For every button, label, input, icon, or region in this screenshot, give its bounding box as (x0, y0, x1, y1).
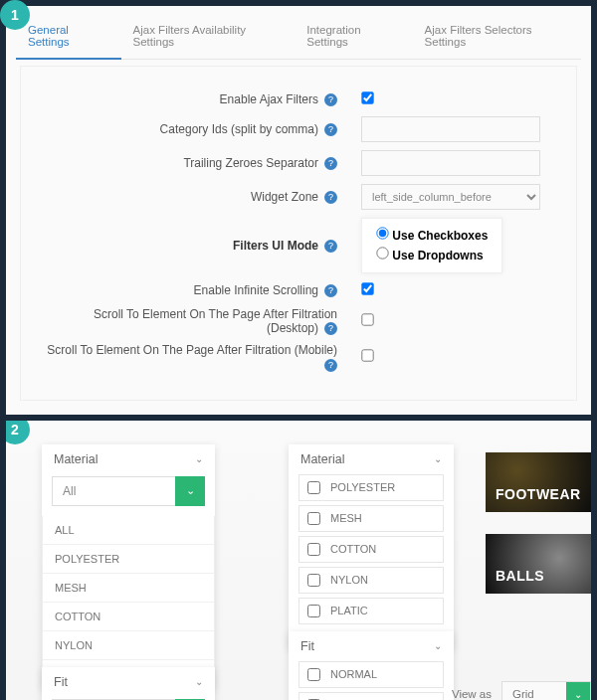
dropdown-toggle-button[interactable]: ⌄ (566, 682, 590, 700)
checkbox[interactable] (307, 605, 320, 617)
filter-checkbox-item[interactable]: COTTON (298, 536, 444, 563)
tab-selectors[interactable]: Ajax Filters Selectors Settings (413, 14, 581, 59)
step-badge-2: 2 (6, 421, 30, 444)
dropdown-option[interactable]: POLYESTER (43, 545, 214, 574)
filter-fit-dropdown: Fit⌄ All ⌄ (42, 667, 215, 700)
input-trailing[interactable] (361, 150, 540, 176)
checkbox[interactable] (307, 543, 320, 556)
radio-use-checkboxes[interactable]: Use Checkboxes (376, 225, 488, 245)
checkbox-scroll-mobile[interactable] (361, 350, 373, 362)
tab-integration[interactable]: Integration Settings (295, 14, 412, 59)
label-ui-mode: Filters UI Mode? (39, 239, 337, 253)
tab-general[interactable]: General Settings (16, 14, 121, 60)
filter-material-checkboxes: Material⌄ POLYESTER MESH COTTON NYLON PL… (289, 444, 454, 649)
dropdown-option[interactable]: MESH (43, 574, 214, 603)
settings-tabs: General Settings Ajax Filters Availabili… (16, 14, 581, 60)
label-widget-zone: Widget Zone? (39, 190, 337, 204)
label-scroll-mobile: Scroll To Element On The Page After Filt… (39, 343, 337, 371)
dropdown-option[interactable]: COTTON (43, 603, 214, 631)
filter-checkbox-item[interactable]: NORMAL (298, 661, 444, 688)
filter-title: Fit (300, 639, 314, 653)
chevron-down-icon[interactable]: ⌄ (434, 453, 442, 464)
dropdown-option[interactable]: NYLON (43, 631, 214, 660)
checkbox-infinite[interactable] (361, 282, 373, 294)
dropdown-options: ALL POLYESTER MESH COTTON NYLON PLATIC (42, 516, 215, 689)
help-icon[interactable]: ? (324, 93, 337, 106)
checkbox[interactable] (307, 481, 320, 494)
checkbox[interactable] (307, 668, 320, 681)
settings-form: Enable Ajax Filters? Category Ids (split… (20, 66, 577, 401)
ui-mode-radio-group: Use Checkboxes Use Dropdowns (361, 218, 502, 273)
help-icon[interactable]: ? (324, 322, 337, 335)
help-icon[interactable]: ? (324, 123, 337, 136)
label-infinite: Enable Infinite Scrolling? (39, 283, 337, 297)
label-enable-ajax: Enable Ajax Filters? (39, 92, 337, 106)
filter-checkbox-item[interactable]: PLATIC (298, 598, 444, 624)
help-icon[interactable]: ? (324, 191, 337, 204)
filter-checkbox-item[interactable]: MESH (298, 505, 444, 532)
chevron-down-icon[interactable]: ⌄ (195, 453, 203, 464)
filter-title: Material (54, 452, 98, 466)
chevron-down-icon[interactable]: ⌄ (195, 676, 203, 687)
tab-availability[interactable]: Ajax Filters Availability Settings (121, 14, 296, 59)
dropdown-toggle-button[interactable]: ⌄ (175, 476, 205, 506)
label-category-ids: Category Ids (split by comma)? (39, 122, 337, 136)
category-tile-footwear[interactable]: FOOTWEAR (486, 452, 591, 512)
radio-use-dropdowns[interactable]: Use Dropdowns (376, 245, 488, 264)
view-as-label: View as (452, 688, 492, 700)
filter-fit-checkboxes: Fit⌄ NORMAL SLIM (289, 631, 454, 700)
help-icon[interactable]: ? (324, 240, 337, 253)
chevron-down-icon[interactable]: ⌄ (434, 640, 442, 651)
filter-checkbox-item[interactable]: POLYESTER (298, 474, 444, 501)
checkbox-scroll-desktop[interactable] (361, 313, 373, 325)
checkbox[interactable] (307, 574, 320, 587)
help-icon[interactable]: ? (324, 359, 337, 372)
filter-checkbox-item[interactable]: SLIM (298, 692, 444, 700)
filter-material-dropdown: Material⌄ All ⌄ ALL POLYESTER MESH COTTO… (42, 444, 215, 689)
label-trailing: Trailing Zeroes Separator? (39, 156, 337, 170)
label-scroll-desktop: Scroll To Element On The Page After Filt… (39, 307, 337, 335)
step-badge-1: 1 (0, 0, 30, 30)
help-icon[interactable]: ? (324, 284, 337, 297)
filter-title: Material (300, 452, 344, 466)
help-icon[interactable]: ? (324, 157, 337, 170)
checkbox-enable-ajax[interactable] (361, 91, 373, 103)
checkbox[interactable] (307, 512, 320, 525)
select-widget-zone[interactable]: left_side_column_before (361, 184, 540, 210)
filter-title: Fit (54, 675, 68, 689)
category-tile-balls[interactable]: BALLS (486, 534, 591, 594)
filter-checkbox-item[interactable]: NYLON (298, 567, 444, 594)
input-category-ids[interactable] (361, 116, 540, 142)
view-as-select[interactable]: Grid ⌄ (501, 681, 591, 700)
dropdown-option[interactable]: ALL (43, 516, 214, 545)
